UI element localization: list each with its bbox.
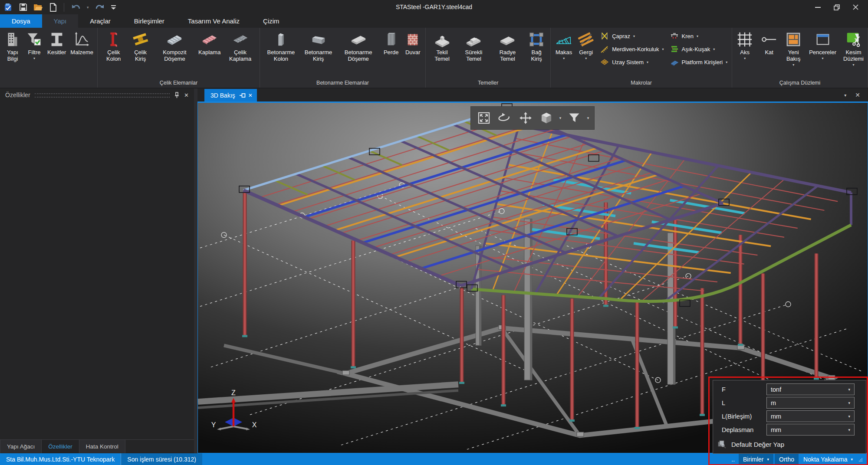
radye-temel-button[interactable]: Radye Temel — [491, 29, 524, 62]
kaplama-button[interactable]: Kaplama — [196, 29, 223, 56]
tab-hata-kontrol[interactable]: Hata Kontrol — [79, 440, 125, 453]
button-label: Makas — [556, 49, 572, 56]
view-filter-button[interactable] — [564, 108, 585, 128]
unit-l-dropdown[interactable]: m ▾ — [766, 397, 855, 409]
surekli-temel-button[interactable]: Sürekli Temel — [457, 29, 491, 62]
capraz-button[interactable]: Çapraz ▾ — [600, 30, 664, 42]
tab-araclar[interactable]: Araçlar — [78, 14, 122, 28]
purlin-girt-icon — [670, 45, 679, 53]
tab-tasarim-ve-analiz[interactable]: Tasarım Ve Analiz — [176, 14, 251, 28]
unit-lbirlesim-dropdown[interactable]: mm ▾ — [766, 410, 855, 422]
unit-value: tonf — [767, 386, 781, 393]
orbit-button[interactable] — [494, 108, 515, 128]
pencereler-button[interactable]: Pencereler ▾ — [807, 29, 838, 61]
document-close-icon[interactable]: ✕ — [855, 92, 860, 98]
window-controls — [815, 4, 868, 10]
unit-deplasman-dropdown[interactable]: mm ▾ — [766, 424, 855, 436]
tab-list-chevron-icon[interactable]: ▾ — [844, 93, 846, 98]
dropdown-caret-icon: ▾ — [848, 387, 854, 392]
betonarme-kiris-button[interactable]: Betonarme Kiriş — [300, 29, 336, 62]
tab-yapi[interactable]: Yapı — [42, 14, 79, 28]
close-button[interactable] — [853, 4, 858, 10]
makas-button[interactable]: Makas ▾ — [552, 29, 575, 61]
kesitler-button[interactable]: Kesitler — [45, 29, 68, 56]
nokta-yakalama-button[interactable]: Nokta Yakalama ▾ — [800, 453, 856, 465]
view-cube-caret-icon[interactable]: ▾ — [557, 116, 564, 120]
tab-cizim[interactable]: Çizim — [251, 14, 291, 28]
minimize-button[interactable] — [815, 4, 821, 10]
button-label: Platform Kirişleri — [682, 59, 723, 65]
tab-ozellikler[interactable]: Özellikler — [42, 440, 79, 453]
duvar-button[interactable]: Duvar — [402, 29, 424, 56]
dropdown-caret-icon: ▾ — [792, 63, 794, 67]
zoom-fit-button[interactable] — [473, 108, 494, 128]
unit-label: F — [722, 386, 766, 393]
asik-kusak-button[interactable]: Aşık-Kuşak ▾ — [670, 43, 728, 55]
kat-button[interactable]: Kat — [758, 29, 780, 56]
storey-icon — [760, 29, 778, 49]
button-label: Yeni Bakış — [785, 49, 802, 62]
nokta-yakalama-label: Nokta Yakalama — [803, 456, 847, 463]
material-curve-icon — [73, 29, 91, 49]
app-logo-icon[interactable] — [4, 3, 13, 12]
panel-close-icon[interactable]: ✕ — [184, 92, 189, 98]
restore-button[interactable] — [834, 4, 840, 10]
tab-yapi-agaci[interactable]: Yapı Ağacı — [0, 440, 42, 453]
tab-birlesimler[interactable]: Birleşimler — [122, 14, 176, 28]
tab-close-icon[interactable]: ✕ — [248, 92, 253, 98]
button-label: Perde — [384, 49, 399, 56]
tekil-temel-button[interactable]: Tekil Temel — [427, 29, 457, 62]
unit-row-l-birlesim: L(Birleşim) mm ▾ — [713, 409, 866, 423]
celik-kiris-button[interactable]: Çelik Kiriş — [128, 29, 153, 62]
aks-button[interactable]: Aks ▾ — [734, 29, 756, 61]
kren-button[interactable]: Kren ▾ — [670, 30, 728, 42]
kesim-duzlemi-button[interactable]: Kesim Düzlemi ▾ — [841, 29, 866, 67]
panel-splitter[interactable] — [194, 88, 197, 453]
tab-dosya[interactable]: Dosya — [0, 14, 42, 28]
resize-grip-icon[interactable] — [858, 457, 863, 462]
new-file-icon[interactable] — [49, 3, 57, 12]
unit-f-dropdown[interactable]: tonf ▾ — [766, 383, 855, 395]
unit-row-deplasman: Deplasman mm ▾ — [713, 423, 866, 436]
kompozit-doseme-button[interactable]: Kompozit Döşeme — [153, 29, 196, 62]
filtre-button[interactable]: Filtre ▾ — [23, 29, 45, 61]
makrolar-column-1: Çapraz ▾ Merdiven-Korkuluk ▾ Uzay Sistem… — [597, 29, 666, 68]
customize-toolbar-icon[interactable] — [111, 5, 116, 10]
birimler-button[interactable]: Birimler ▾ — [739, 453, 773, 465]
pan-button[interactable] — [515, 108, 536, 128]
yapi-bilgi-button[interactable]: Yapı Bilgi — [2, 29, 23, 62]
view-cube-button[interactable] — [536, 108, 557, 128]
betonarme-doseme-button[interactable]: Betonarme Döşeme — [336, 29, 380, 62]
tab-pin-icon[interactable] — [239, 93, 246, 98]
grid-axes-icon — [736, 29, 753, 49]
undo-icon[interactable] — [71, 3, 81, 11]
betonarme-kolon-button[interactable]: Betonarme Kolon — [262, 29, 300, 62]
dropdown-caret-icon: ▾ — [848, 414, 854, 419]
pin-icon[interactable] — [174, 92, 180, 98]
tab-3d-bakis[interactable]: 3D Bakış ✕ — [204, 89, 257, 102]
malzeme-button[interactable]: Malzeme — [68, 29, 95, 56]
dropdown-caret-icon: ▾ — [697, 34, 698, 38]
uzay-sistem-button[interactable]: Uzay Sistem ▾ — [600, 56, 664, 68]
unit-label: Deplasman — [722, 426, 766, 433]
celik-kaplama-button[interactable]: Çelik Kaplama — [223, 29, 257, 62]
unit-value: m — [767, 400, 776, 406]
perde-button[interactable]: Perde — [380, 29, 402, 56]
undo-caret-icon[interactable]: ▾ — [87, 5, 89, 10]
open-folder-icon[interactable] — [33, 3, 43, 11]
gergi-button[interactable]: Gergi ▾ — [575, 29, 597, 61]
dropdown-caret-icon: ▾ — [563, 56, 565, 60]
redo-icon[interactable] — [95, 3, 105, 11]
unit-value: mm — [767, 413, 781, 420]
ortho-toggle[interactable]: Ortho — [775, 453, 799, 465]
bag-kiris-button[interactable]: Bağ Kiriş — [524, 29, 549, 62]
save-icon[interactable] — [19, 3, 27, 11]
button-label: Bağ Kiriş — [526, 49, 546, 62]
view-filter-caret-icon[interactable]: ▾ — [585, 116, 592, 120]
panel-drag-texture[interactable] — [35, 93, 170, 98]
celik-kolon-button[interactable]: Çelik Kolon — [99, 29, 128, 62]
default-value-button[interactable]: Default Değer Yap — [713, 437, 866, 451]
merdiven-korkuluk-button[interactable]: Merdiven-Korkuluk ▾ — [600, 43, 664, 55]
yeni-bakis-button[interactable]: Yeni Bakış ▾ — [783, 29, 804, 67]
platform-kirisleri-button[interactable]: Platform Kirişleri ▾ — [670, 56, 728, 68]
